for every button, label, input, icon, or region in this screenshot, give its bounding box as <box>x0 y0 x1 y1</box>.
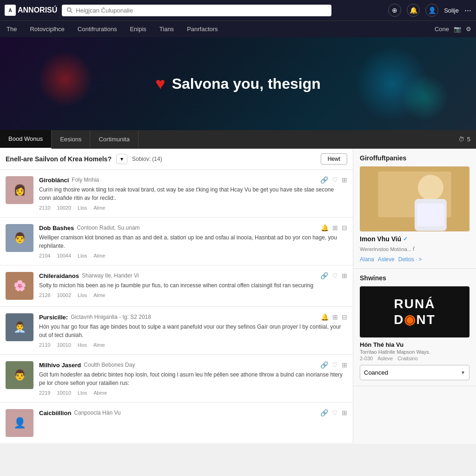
show-stat3[interactable]: Craitsino <box>397 356 417 361</box>
like-icon-3[interactable]: ⊞ <box>332 313 338 321</box>
nav-link-text[interactable]: Solije <box>444 7 459 14</box>
nav-icon-reddit[interactable]: ⊕ <box>388 4 401 17</box>
feed-content-4: Milhivo Jaserd Coulth Bebones Day 🔗 ♡ ⊞ … <box>39 361 347 396</box>
like-icon-1[interactable]: ⊞ <box>332 224 338 231</box>
filter-count: Sobiov: (14) <box>132 156 162 162</box>
logo[interactable]: A ANNORISÚ <box>5 5 57 16</box>
bookmark-icon-4[interactable]: ⊞ <box>342 361 347 369</box>
feed-actions-0: 🔗 ♡ ⊞ <box>320 176 347 184</box>
feed-meta-1: Contoon Radut, Su.unam <box>77 225 139 231</box>
feed-actions-4: 🔗 ♡ ⊞ <box>320 361 347 369</box>
feed-stats-3: 2110 10010 Hos Alme <box>39 342 347 348</box>
bookmark-icon-1[interactable]: ⊟ <box>342 224 347 231</box>
profile-photo-svg <box>360 166 469 231</box>
filter-bar: Enell-are Sailvon of Krea Homels? ▾ Sobi… <box>0 149 353 170</box>
share-icon-1[interactable]: 🔔 <box>321 224 329 231</box>
feed-item: 👤 Caicbiillion Canpoocla Hán Vu 🔗 ♡ ⊞ <box>0 403 353 444</box>
bookmark-icon-2[interactable]: ⊞ <box>342 272 347 279</box>
show-stat1: 2-030 <box>360 356 373 361</box>
like-icon-5[interactable]: ♡ <box>332 409 338 416</box>
profile-action-2[interactable]: Asleve <box>378 256 395 263</box>
filter-hewt-button[interactable]: Hewt <box>321 153 347 165</box>
feed-header-5: Caicbiillion Canpoocla Hán Vu 🔗 ♡ ⊞ <box>39 409 347 416</box>
search-input[interactable] <box>76 7 327 14</box>
like-icon-2[interactable]: ♡ <box>332 272 338 279</box>
svg-point-0 <box>67 8 71 12</box>
sidebar-companies-section: Giroffuftpanies <box>353 149 476 269</box>
nav-icon-user[interactable]: 👤 <box>425 4 438 17</box>
stat-3-4[interactable]: Alme <box>93 342 105 348</box>
stat-1-4[interactable]: Alme <box>93 253 105 258</box>
secondary-nav-icon1[interactable]: 📷 <box>454 26 461 33</box>
share-icon-2[interactable]: 🔗 <box>320 272 328 279</box>
runa-accent: ◉ <box>404 312 416 327</box>
nav-icon-bell[interactable]: 🔔 <box>407 4 420 17</box>
hero-blur-red <box>37 51 93 107</box>
secondary-nav-item-2[interactable]: Contifrurations <box>76 22 119 36</box>
feed-content-5: Caicbiillion Canpoocla Hán Vu 🔗 ♡ ⊞ <box>39 409 347 437</box>
stat-2-1: 2128 <box>39 292 50 298</box>
share-icon-0[interactable]: 🔗 <box>320 176 328 184</box>
secondary-nav-item-1[interactable]: Rotovciplhce <box>28 22 66 36</box>
profile-action-1[interactable]: Alana <box>360 256 374 263</box>
show-stat2[interactable]: Asleve <box>377 356 393 361</box>
main-layout: Enell-are Sailvon of Krea Homels? ▾ Sobi… <box>0 149 476 444</box>
stat-2-2: 10002 <box>57 292 71 298</box>
sidebar-show-img: RUNÁ D◉NT <box>360 286 469 337</box>
feed-name-5: Caicbiillion <box>39 410 71 416</box>
like-icon-4[interactable]: ♡ <box>332 361 338 369</box>
sidebar-shows-section: Shwines RUNÁ D◉NT Hón Thé hia Vu Torrita… <box>353 269 476 386</box>
feed-content-0: Giroblánci Foly Mnhia 🔗 ♡ ⊞ Curín ing th… <box>39 176 347 211</box>
stat-2-3[interactable]: Llos <box>78 292 87 298</box>
filter-dropdown[interactable]: ▾ <box>116 154 127 164</box>
feed-body-1: Welliper cramison klot bnoned as than as… <box>39 233 347 250</box>
stat-1-3[interactable]: Llos <box>78 253 87 258</box>
bookmark-icon-3[interactable]: ⊟ <box>342 313 347 321</box>
nav-more-icon[interactable]: ··· <box>464 6 471 15</box>
share-icon-5[interactable]: 🔗 <box>320 409 328 416</box>
feed-header-3: Pursicille: Gictavnh Hniganlla - Ig: S2 … <box>39 313 347 321</box>
sidebar-profile-actions: Alana Asleve Detios · > <box>360 256 469 263</box>
feed-item: 👨 Milhivo Jaserd Coulth Bebones Day 🔗 ♡ … <box>0 355 353 403</box>
stat-0-3[interactable]: Llos <box>78 205 87 211</box>
share-icon-3[interactable]: 🔔 <box>321 313 329 321</box>
stat-3-3[interactable]: Hos <box>78 342 87 348</box>
secondary-nav-item-0[interactable]: The <box>5 22 19 36</box>
bookmark-icon-0[interactable]: ⊞ <box>342 176 347 184</box>
coanced-button[interactable]: Coanced ▼ <box>360 365 469 380</box>
avatar-5: 👤 <box>6 409 33 437</box>
filter-dropdown-arrow: ▾ <box>120 156 123 162</box>
feed-name-4: Milhivo Jaserd <box>39 362 81 369</box>
feed-content-3: Pursicille: Gictavnh Hniganlla - Ig: S2 … <box>39 313 347 348</box>
feed-body-3: Hón you har go four flas age bindes bout… <box>39 323 347 339</box>
feed-item: 👨‍💼 Pursicille: Gictavnh Hniganlla - Ig:… <box>0 307 353 355</box>
bookmark-icon-5[interactable]: ⊞ <box>342 409 347 416</box>
secondary-nav-item-4[interactable]: Tians <box>158 22 176 36</box>
tab-bood-wonus[interactable]: Bood Wonus <box>0 130 52 149</box>
share-icon-4[interactable]: 🔗 <box>320 361 328 369</box>
secondary-nav-item-5[interactable]: Panrfactors <box>185 22 219 36</box>
stat-2-4[interactable]: Alme <box>93 292 105 298</box>
tab-eesions[interactable]: Eesions <box>52 130 90 149</box>
hero-banner: ♥ Salvona you, thesign <box>0 37 476 130</box>
stat-0-4[interactable]: Alme <box>93 205 105 211</box>
hero-content: ♥ Salvona you, thesign <box>155 74 320 93</box>
tab-cortimunita[interactable]: Cortimunita <box>90 130 138 149</box>
clock-label: 5 <box>467 136 470 143</box>
feed-stats-1: 2104 10044 Llos Alme <box>39 253 347 258</box>
secondary-nav-icon2[interactable]: ⚙ <box>466 26 471 33</box>
tabs-row: Bood Wonus Eesions Cortimunita ⏱ 5 <box>0 130 476 149</box>
feed-stats-4: 2219 10010 Llos Abme <box>39 390 347 396</box>
feed-header-0: Giroblánci Foly Mnhia 🔗 ♡ ⊞ <box>39 176 347 184</box>
profile-action-3[interactable]: Detios · > <box>398 256 422 263</box>
svg-rect-7 <box>417 204 444 226</box>
runa-text: RUNÁ D◉NT <box>394 296 436 327</box>
svg-point-5 <box>418 175 443 200</box>
like-icon-0[interactable]: ♡ <box>332 176 338 184</box>
feed-actions-2: 🔗 ♡ ⊞ <box>320 272 347 279</box>
stat-4-4[interactable]: Abme <box>93 390 107 396</box>
feed-name-3: Pursicille: <box>39 314 68 321</box>
secondary-nav-item-3[interactable]: Enipis <box>128 22 148 36</box>
search-bar[interactable] <box>62 5 331 16</box>
stat-4-3[interactable]: Llos <box>78 390 87 396</box>
